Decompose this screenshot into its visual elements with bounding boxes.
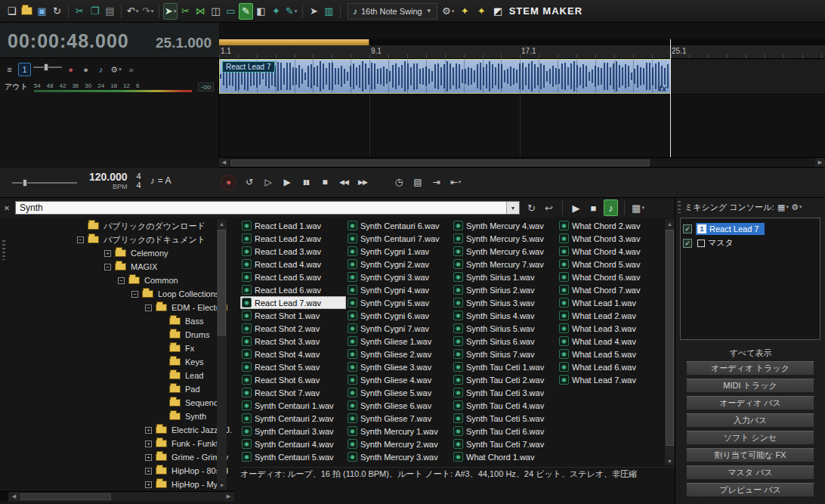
file-item[interactable]: ◉Synth Mercury 7.wav	[452, 258, 558, 271]
file-item[interactable]: ◉React Shot 1.wav	[240, 309, 346, 322]
play-button[interactable]: ▶	[281, 174, 293, 190]
file-item[interactable]: ◉Synth Mercury 4.wav	[452, 219, 558, 232]
file-item[interactable]: ◉What Lead 4.wav	[558, 335, 663, 348]
file-item[interactable]: ◉React Lead 6.wav	[240, 283, 346, 296]
play-range-button[interactable]: ▷	[262, 174, 274, 190]
tree-item[interactable]: Synth	[8, 410, 234, 423]
tempo-slider[interactable]	[12, 178, 77, 189]
punch-out-icon[interactable]: ⇤▾	[450, 174, 462, 190]
search-input[interactable]	[16, 202, 519, 214]
scroll-left-arrow[interactable]: ◀	[219, 158, 229, 167]
file-item[interactable]: ◉Synth Mercury 2.wav	[346, 438, 452, 450]
previous-search-icon[interactable]: ↩	[542, 199, 556, 216]
tree-item[interactable]: パブリックのダウンロード	[8, 219, 234, 233]
collapse-icon[interactable]: −	[118, 277, 125, 284]
file-item[interactable]: ◉React Lead 2.wav	[240, 232, 346, 245]
draw-tool-icon[interactable]: ✎	[239, 3, 253, 20]
expand-icon[interactable]: +	[145, 454, 152, 461]
tree-vscrollbar[interactable]	[217, 219, 227, 490]
file-item[interactable]: ◉What Chord 5.wav	[558, 258, 663, 271]
collapse-icon[interactable]: −	[77, 237, 84, 243]
crossfade-tool-icon[interactable]: ⋈	[193, 3, 208, 20]
file-item[interactable]: ◉Synth Mercury 5.wav	[452, 232, 558, 245]
song-key[interactable]: ♪ = A	[150, 175, 171, 186]
file-item[interactable]: ◉What Lead 1.wav	[558, 296, 663, 309]
collapse-icon[interactable]: −	[145, 305, 152, 311]
copy-icon[interactable]: ❐	[88, 3, 102, 20]
redo-icon[interactable]: ↷▾	[141, 3, 155, 20]
file-item[interactable]: ◉Synth Centauri 4.wav	[240, 438, 346, 450]
file-item[interactable]: ◉Synth Sirius 1.wav	[452, 271, 558, 283]
pause-button[interactable]: ▮▮	[300, 174, 312, 190]
record-button[interactable]: ●	[221, 175, 236, 190]
stop-button[interactable]: ■	[319, 174, 331, 190]
mixer-button[interactable]: ソフト シンセ	[686, 431, 814, 445]
file-item[interactable]: ◉React Lead 3.wav	[240, 245, 346, 258]
tree-item[interactable]: +Celemony	[8, 246, 234, 260]
refresh-results-icon[interactable]: ↻	[524, 199, 539, 216]
bpm-value[interactable]: 120.000	[89, 171, 128, 183]
file-item[interactable]: ◉Synth Sirius 7.wav	[452, 348, 558, 360]
tree-hscrollbar[interactable]	[0, 491, 234, 502]
file-item[interactable]: ◉Synth Sirius 3.wav	[452, 296, 558, 309]
undo-icon[interactable]: ↶▾	[125, 3, 140, 20]
file-item[interactable]: ◉Synth Sirius 2.wav	[452, 283, 558, 296]
mixer-button[interactable]: MIDI トラック	[686, 379, 814, 393]
undo-history-icon[interactable]: ↻	[50, 3, 64, 20]
loop-range-band[interactable]	[219, 39, 369, 45]
magic-tool-icon[interactable]: ✦	[269, 3, 283, 20]
file-item[interactable]: ◉Synth Gliese 3.wav	[346, 360, 452, 373]
tree-item[interactable]: Lead	[8, 369, 234, 382]
file-item[interactable]: ◉Synth Cygni 5.wav	[346, 296, 452, 309]
file-item[interactable]: ◉Synth Mercury 1.wav	[346, 425, 452, 438]
tree-item[interactable]: +Funk - Funktas	[8, 437, 234, 450]
file-item[interactable]: ◉React Shot 5.wav	[240, 360, 346, 373]
mixer-button[interactable]: オーディオ バス	[686, 396, 814, 410]
view-options-button[interactable]: ▦▾	[631, 199, 645, 216]
mixer-button[interactable]: プレビュー バス	[686, 483, 814, 497]
file-item[interactable]: ◉Synth Centauri 1.wav	[240, 399, 346, 412]
open-folder-icon[interactable]	[20, 3, 34, 20]
file-item[interactable]: ◉What Chord 4.wav	[558, 245, 663, 258]
track-menu-icon[interactable]: ≡	[3, 63, 16, 76]
tree-item[interactable]: −Loop Collections	[8, 287, 234, 301]
file-item[interactable]: ◉Synth Tau Ceti 2.wav	[452, 373, 558, 386]
tree-item[interactable]: Sequence	[8, 396, 234, 410]
loop-range-strip[interactable]	[219, 39, 825, 45]
file-item[interactable]: ◉Synth Tau Ceti 3.wav	[452, 386, 558, 399]
jump-end-button[interactable]: ▶▶	[357, 174, 369, 190]
file-item[interactable]: ◉What Chord 6.wav	[558, 271, 663, 283]
cut-icon[interactable]: ✂	[73, 3, 87, 20]
file-item[interactable]: ◉Synth Tau Ceti 6.wav	[452, 425, 558, 438]
file-item[interactable]: ◉What Chord 2.wav	[558, 219, 663, 232]
track-collapse-icon[interactable]: »	[125, 63, 138, 76]
file-item[interactable]: ◉Synth Sirius 6.wav	[452, 335, 558, 348]
fader-thumb[interactable]	[44, 63, 48, 71]
file-item[interactable]: ◉What Lead 2.wav	[558, 309, 663, 322]
autoplay-toggle[interactable]: ♪	[604, 199, 618, 216]
scroll-up-arrow[interactable]	[665, 219, 675, 228]
file-item[interactable]: ◉Synth Cygni 2.wav	[346, 258, 452, 271]
file-item[interactable]: ◉React Lead 1.wav	[240, 219, 346, 232]
file-item[interactable]: ◉Synth Gliese 4.wav	[346, 373, 452, 386]
preview-play-button[interactable]: ▶	[569, 199, 583, 216]
file-item[interactable]: ◉Synth Centauri 3.wav	[240, 425, 346, 438]
track-volume-fader[interactable]	[33, 63, 62, 76]
file-item[interactable]: ◉What Chord 1.wav	[452, 450, 558, 463]
scroll-left-arrow[interactable]	[9, 492, 19, 501]
expand-icon[interactable]: +	[145, 468, 152, 475]
scroll-down-arrow[interactable]	[665, 456, 675, 465]
scroll-thumb[interactable]	[230, 159, 650, 166]
split-tool-icon[interactable]: ✂	[178, 3, 193, 20]
swing-dropdown[interactable]: ♪ 16th Note Swing ▼	[348, 3, 437, 20]
loop-playback-button[interactable]: ↺	[243, 174, 255, 190]
file-item[interactable]: ◉What Lead 3.wav	[558, 322, 663, 335]
file-item[interactable]: ◉What Chord 7.wav	[558, 283, 663, 296]
select-tool-icon[interactable]: ➤▾	[163, 3, 178, 20]
tree-item[interactable]: −パブリックのドキュメント	[8, 233, 234, 246]
channel-chip[interactable]: 1React Lead 7	[696, 223, 765, 235]
dock-view-icon[interactable]: ▥	[322, 3, 336, 20]
collapse-icon[interactable]: −	[131, 291, 138, 298]
tree-item[interactable]: +HipHop - 80s H	[8, 464, 234, 478]
file-item[interactable]: ◉React Lead 7.wav	[240, 296, 346, 309]
